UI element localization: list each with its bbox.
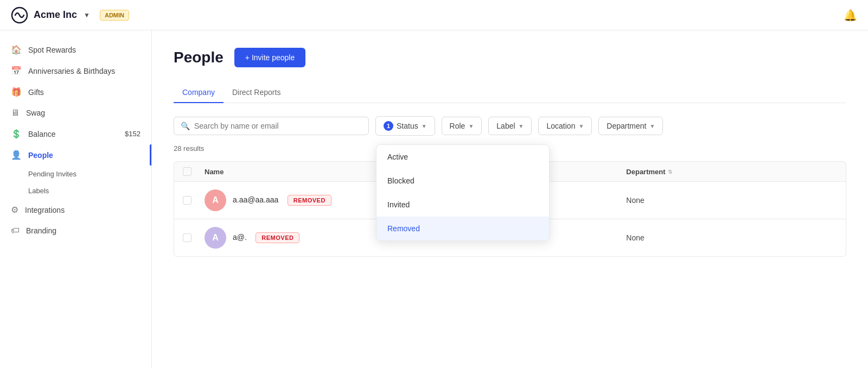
notification-bell-icon[interactable]: 🔔: [844, 9, 857, 22]
tabs-bar: Company Direct Reports: [174, 83, 846, 103]
page-title: People: [174, 49, 224, 66]
department-chevron-icon: ▼: [649, 123, 655, 129]
integrations-icon: ⚙: [11, 205, 18, 215]
location-filter-label: Location: [546, 122, 575, 130]
sidebar-label-balance: Balance: [28, 130, 56, 138]
label-chevron-icon: ▼: [519, 123, 524, 129]
page-header: People + Invite people: [174, 48, 846, 67]
search-input[interactable]: [194, 122, 362, 130]
sidebar-label-people: People: [28, 151, 53, 160]
gift-icon: 🎁: [11, 87, 22, 97]
invite-people-button[interactable]: + Invite people: [234, 48, 305, 67]
balance-icon: 💲: [11, 129, 22, 139]
filters-row: 🔍 1 Status ▼ Role ▼ Label ▼ Location ▼ D: [174, 116, 846, 136]
row2-checkbox[interactable]: [183, 233, 192, 242]
sidebar-item-branding[interactable]: 🏷 Branding: [0, 220, 151, 241]
location-filter-button[interactable]: Location ▼: [538, 117, 592, 135]
sidebar-label-gifts: Gifts: [28, 88, 44, 97]
search-box[interactable]: 🔍: [174, 117, 369, 135]
branding-icon: 🏷: [11, 226, 20, 236]
department-filter-label: Department: [607, 122, 646, 130]
dropdown-item-removed[interactable]: Removed: [376, 217, 549, 240]
nav-chevron-icon: ▼: [84, 11, 90, 19]
sidebar-item-integrations[interactable]: ⚙ Integrations: [0, 199, 151, 220]
dropdown-item-active[interactable]: Active: [376, 145, 549, 169]
sidebar-item-balance[interactable]: 💲 Balance $152: [0, 123, 151, 144]
app-name: Acme Inc: [34, 9, 77, 21]
sidebar-item-anniversaries[interactable]: 📅 Anniversaries & Birthdays: [0, 60, 151, 81]
sidebar-item-people[interactable]: 👤 People: [0, 144, 151, 166]
sidebar-item-swag[interactable]: 🖥 Swag: [0, 103, 151, 123]
tab-direct-reports[interactable]: Direct Reports: [224, 83, 289, 103]
status-filter-label: Status: [397, 122, 418, 130]
status-filter-badge: 1: [384, 121, 393, 131]
top-nav: Acme Inc ▼ ADMIN 🔔: [0, 0, 868, 30]
department-sort-icon[interactable]: ⇅: [668, 169, 672, 175]
app-layout: 🏠 Spot Rewards 📅 Anniversaries & Birthda…: [0, 30, 868, 368]
role-filter-button[interactable]: Role ▼: [442, 117, 482, 135]
tab-company[interactable]: Company: [174, 83, 224, 103]
dropdown-item-blocked[interactable]: Blocked: [376, 169, 549, 193]
sidebar: 🏠 Spot Rewards 📅 Anniversaries & Birthda…: [0, 30, 152, 368]
sidebar-item-gifts[interactable]: 🎁 Gifts: [0, 81, 151, 103]
dropdown-item-invited[interactable]: Invited: [376, 193, 549, 217]
col-header-department: Department ⇅: [626, 168, 837, 176]
status-filter-button[interactable]: 1 Status ▼: [375, 116, 435, 136]
sidebar-item-spot-rewards[interactable]: 🏠 Spot Rewards: [0, 39, 151, 60]
sidebar-sub-labels[interactable]: Labels: [0, 182, 151, 199]
sidebar-sub-pending-invites[interactable]: Pending Invites: [0, 166, 151, 182]
sidebar-sub-label-labels: Labels: [28, 187, 49, 195]
role-chevron-icon: ▼: [468, 123, 474, 129]
sidebar-sub-label-pending: Pending Invites: [28, 170, 76, 178]
balance-value: $152: [125, 130, 141, 138]
row1-checkbox[interactable]: [183, 196, 192, 205]
sidebar-label-spot-rewards: Spot Rewards: [28, 46, 76, 54]
select-all-checkbox[interactable]: [183, 167, 192, 176]
nav-logo[interactable]: Acme Inc ▼ ADMIN: [11, 7, 129, 24]
home-icon: 🏠: [11, 45, 22, 55]
label-filter-label: Label: [496, 122, 515, 130]
people-icon: 👤: [11, 150, 22, 160]
row1-avatar: A: [205, 189, 226, 211]
row1-email: a.aa@aa.aaa: [233, 195, 278, 204]
admin-badge: ADMIN: [100, 10, 129, 21]
search-icon: 🔍: [181, 122, 190, 130]
status-dropdown: Active Blocked Invited Removed: [376, 144, 550, 241]
row2-email: a@.: [233, 233, 247, 242]
row2-avatar: A: [205, 227, 226, 249]
sidebar-label-integrations: Integrations: [25, 206, 65, 214]
sidebar-label-branding: Branding: [26, 226, 56, 235]
status-chevron-icon: ▼: [422, 123, 427, 129]
label-filter-button[interactable]: Label ▼: [488, 117, 532, 135]
sidebar-label-swag: Swag: [26, 109, 45, 117]
sidebar-label-anniversaries: Anniversaries & Birthdays: [28, 67, 115, 75]
department-filter-button[interactable]: Department ▼: [598, 117, 663, 135]
app-logo-icon: [11, 7, 28, 24]
row1-department: None: [626, 196, 837, 205]
swag-icon: 🖥: [11, 108, 20, 118]
main-content: People + Invite people Company Direct Re…: [152, 30, 868, 368]
role-filter-label: Role: [450, 122, 465, 130]
row1-status-badge: REMOVED: [288, 195, 331, 206]
row2-department: None: [626, 233, 837, 242]
calendar-icon: 📅: [11, 66, 22, 76]
location-chevron-icon: ▼: [578, 123, 584, 129]
row2-status-badge: REMOVED: [256, 232, 299, 243]
